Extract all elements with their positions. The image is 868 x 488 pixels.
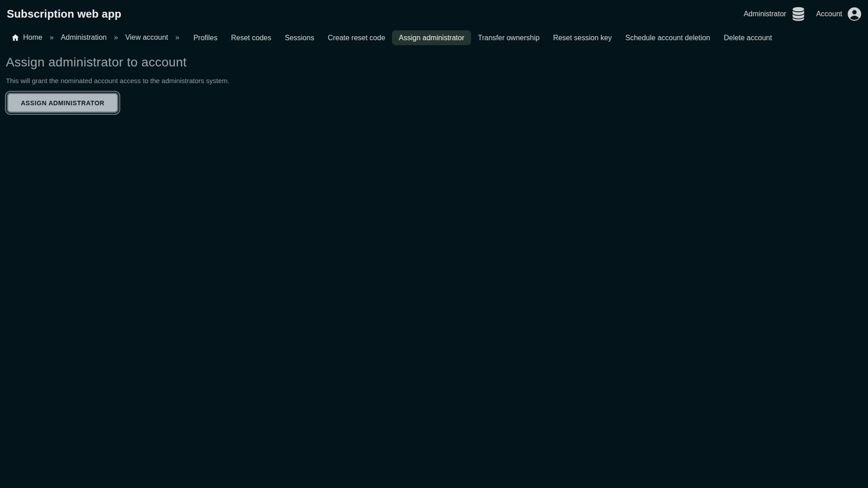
nav-tab[interactable]: Assign administrator xyxy=(392,30,471,45)
app-header: Subscription web app Administrator Accou… xyxy=(0,0,868,28)
breadcrumb-item: Administration » xyxy=(61,30,125,45)
header-right: Administrator Account xyxy=(744,6,862,22)
account-icon[interactable] xyxy=(847,6,862,22)
breadcrumb-list: Home » Administration » View account » xyxy=(23,30,187,45)
nav-tab-list: Profiles Reset codes Sessions Create res… xyxy=(187,30,779,45)
main-content: Assign administrator to account This wil… xyxy=(0,55,868,113)
assign-administrator-button[interactable]: ASSIGN ADMINISTRATOR xyxy=(7,93,118,113)
database-icon[interactable] xyxy=(791,6,806,22)
breadcrumb-separator: » xyxy=(114,33,118,42)
nav-tab[interactable]: Transfer ownership xyxy=(471,30,546,45)
nav-tab[interactable]: Reset codes xyxy=(224,30,278,45)
nav-tab[interactable]: Schedule account deletion xyxy=(618,30,717,45)
admin-group: Administrator xyxy=(744,6,806,22)
breadcrumb-item: Home » xyxy=(23,30,61,45)
nav-tab[interactable]: Create reset code xyxy=(321,30,392,45)
nav-tab[interactable]: Profiles xyxy=(187,30,224,45)
breadcrumb-nav: Home » Administration » View account » P… xyxy=(0,30,868,45)
app-title: Subscription web app xyxy=(7,8,744,20)
breadcrumb-link[interactable]: Administration xyxy=(61,33,107,42)
account-group: Account xyxy=(816,6,862,22)
nav-tab[interactable]: Reset session key xyxy=(546,30,618,45)
nav-tab[interactable]: Delete account xyxy=(717,30,779,45)
nav-tab[interactable]: Sessions xyxy=(278,30,321,45)
page-title: Assign administrator to account xyxy=(6,55,868,70)
admin-label: Administrator xyxy=(744,10,786,18)
breadcrumb-separator: » xyxy=(175,33,179,42)
breadcrumb-link[interactable]: Home xyxy=(23,33,42,42)
breadcrumb-link[interactable]: View account xyxy=(125,33,168,42)
breadcrumb-separator: » xyxy=(50,33,54,42)
home-icon[interactable] xyxy=(11,33,19,42)
breadcrumb-item: View account » xyxy=(125,30,187,45)
page-description: This will grant the nominated account ac… xyxy=(6,77,868,84)
account-label: Account xyxy=(816,10,842,18)
